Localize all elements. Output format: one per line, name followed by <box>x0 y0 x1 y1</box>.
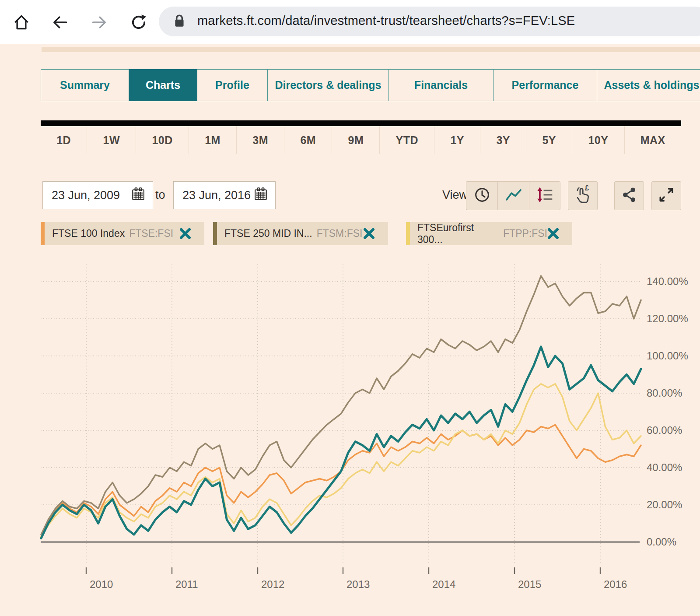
compare-icon <box>536 186 554 205</box>
date-to-input[interactable]: 23 Jun, 2016 <box>173 181 276 209</box>
tab-label: Financials <box>414 79 468 92</box>
series-ticker: FTSE:FSI <box>129 228 173 239</box>
range-1w[interactable]: 1W <box>87 126 136 154</box>
tab-assets-holdings[interactable]: Assets & holdings <box>597 69 700 101</box>
tab-profile[interactable]: Profile <box>197 69 268 101</box>
url-bar[interactable]: markets.ft.com/data/investment-trust/tea… <box>159 7 700 36</box>
y-axis-label: 20.00% <box>647 499 682 510</box>
tab-label: Directors & dealings <box>275 79 381 92</box>
series-name: FTSE 250 MID IN... <box>224 228 312 239</box>
date-from-value: 23 Jun, 2009 <box>52 189 120 202</box>
tab-financials[interactable]: Financials <box>389 69 494 101</box>
browser-chrome: markets.ft.com/data/investment-trust/tea… <box>0 0 700 44</box>
tab-label: Charts <box>146 79 180 92</box>
legend-chip-ftse-100-index: FTSE 100 IndexFTSE:FSI <box>41 222 204 245</box>
tab-directors-dealings[interactable]: Directors & dealings <box>268 69 389 101</box>
line-chart-view-button[interactable] <box>497 181 529 210</box>
series-ticker: FTSM:FSI <box>317 228 363 239</box>
tab-label: Assets & holdings <box>604 79 699 92</box>
date-from-input[interactable]: 23 Jun, 2009 <box>42 181 153 209</box>
pound-tap-icon: £ <box>573 185 592 206</box>
divider-bar <box>41 120 681 126</box>
x-axis-label: 2012 <box>261 578 284 590</box>
range-ytd[interactable]: YTD <box>379 126 434 154</box>
y-axis-label: 120.00% <box>647 313 688 324</box>
series-name: FTSE 100 Index <box>52 228 125 239</box>
y-axis-label: 80.00% <box>647 387 682 399</box>
x-axis-label: 2011 <box>175 578 198 590</box>
range-max[interactable]: MAX <box>624 126 681 154</box>
series-color-swatch <box>406 222 410 245</box>
view-label: View <box>442 188 468 202</box>
calendar-icon[interactable] <box>131 187 146 204</box>
tab-charts[interactable]: Charts <box>129 69 197 101</box>
remove-series-icon[interactable] <box>179 228 191 239</box>
y-axis-label: 40.00% <box>647 461 682 473</box>
y-axis-label: 140.00% <box>647 275 688 287</box>
range-6m[interactable]: 6M <box>284 126 332 154</box>
y-axis-label: 60.00% <box>647 424 682 436</box>
clock-icon <box>473 186 491 205</box>
legend-chip-ftseurofirst-300: FTSEurofirst 300...FTPP:FSI <box>406 222 572 245</box>
remove-series-icon[interactable] <box>547 228 559 239</box>
reload-icon[interactable] <box>130 13 148 32</box>
home-icon[interactable] <box>12 13 31 32</box>
range-3m[interactable]: 3M <box>236 126 284 154</box>
x-axis-label: 2010 <box>90 578 113 590</box>
price-chart: 140.00%120.00%100.00%80.00%60.00%40.00%2… <box>0 245 700 616</box>
expand-icon <box>658 186 675 205</box>
tab-performance[interactable]: Performance <box>494 69 597 101</box>
y-axis-label: 0.00% <box>647 536 676 548</box>
x-axis-label: 2016 <box>604 578 627 590</box>
range-1y[interactable]: 1Y <box>434 126 480 154</box>
range-10d[interactable]: 10D <box>136 126 189 154</box>
range-1m[interactable]: 1M <box>189 126 236 154</box>
range-9m[interactable]: 9M <box>332 126 379 154</box>
range-1d[interactable]: 1D <box>41 126 87 154</box>
time-range-row: 1D1W10D1M3M6M9MYTD1Y3Y5Y10YMAX <box>41 126 681 154</box>
share-button[interactable] <box>614 181 644 210</box>
series-color-swatch <box>213 222 217 245</box>
lock-icon[interactable] <box>172 13 187 30</box>
x-axis-label: 2014 <box>432 578 455 590</box>
range-10y[interactable]: 10Y <box>572 126 624 154</box>
range-5y[interactable]: 5Y <box>526 126 572 154</box>
tab-bar: SummaryChartsProfileDirectors & dealings… <box>41 69 700 101</box>
share-icon <box>620 186 638 205</box>
forward-icon[interactable] <box>90 13 108 32</box>
page-top-strip <box>42 47 700 52</box>
time-view-button[interactable] <box>466 181 497 210</box>
calendar-icon[interactable] <box>253 187 268 204</box>
svg-text:£: £ <box>585 185 589 192</box>
ft-charts-page: { "browser": { "url": "markets.ft.com/da… <box>0 0 700 616</box>
fullscreen-button[interactable] <box>651 181 681 210</box>
chart-type-button-group <box>466 181 560 210</box>
back-icon[interactable] <box>51 13 69 32</box>
date-range-to-label: to <box>155 188 165 202</box>
range-3y[interactable]: 3Y <box>480 126 526 154</box>
date-to-value: 23 Jun, 2016 <box>182 189 251 202</box>
url-text: markets.ft.com/data/investment-trust/tea… <box>197 14 575 28</box>
series-ticker: FTPP:FSI <box>503 228 547 239</box>
tab-label: Summary <box>60 79 110 92</box>
x-axis-label: 2013 <box>346 578 370 590</box>
legend-chip-ftse-250-mid-in: FTSE 250 MID IN...FTSM:FSI <box>213 222 388 245</box>
line-chart-icon <box>504 186 523 205</box>
tab-summary[interactable]: Summary <box>41 69 129 101</box>
tab-label: Performance <box>512 79 579 92</box>
remove-series-icon[interactable] <box>363 228 375 239</box>
series-color-swatch <box>41 222 45 245</box>
price-tap-button[interactable]: £ <box>568 181 598 210</box>
tab-label: Profile <box>215 79 249 92</box>
compare-view-button[interactable] <box>529 181 560 210</box>
x-axis-label: 2015 <box>518 578 541 590</box>
series-name: FTSEurofirst 300... <box>417 222 499 246</box>
y-axis-label: 100.00% <box>647 350 688 362</box>
